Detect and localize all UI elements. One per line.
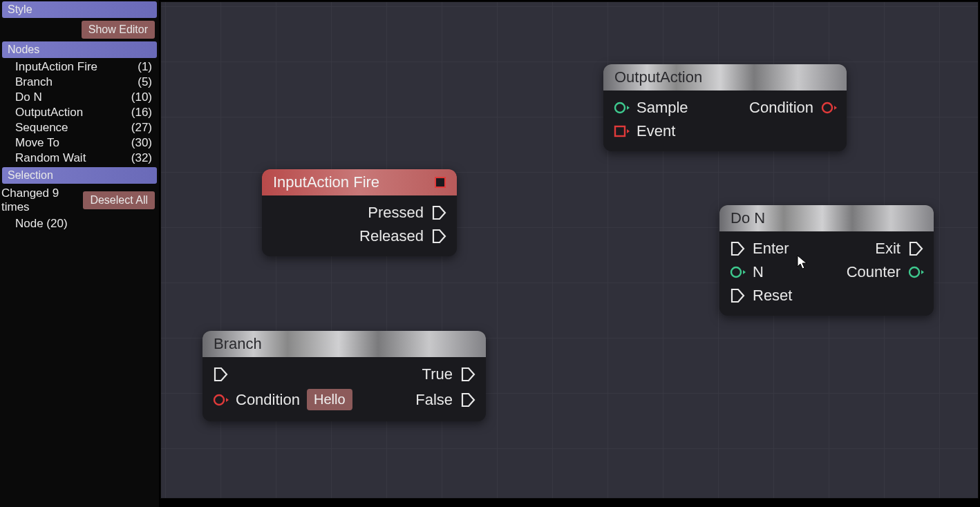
port-out-false[interactable]: False [415,391,476,409]
node-count: (1) [138,60,152,74]
condition-value-field[interactable]: Hello [307,389,352,410]
data-pin-icon [212,392,229,408]
node-input-action-fire[interactable]: InputAction Fire Pressed Released [262,169,457,256]
selection-changed-label: Changed 9 times [1,186,79,214]
node-count: (27) [131,121,152,135]
node-list-item[interactable]: InputAction Fire (1) [0,59,159,75]
node-list-item[interactable]: Do N (10) [0,90,159,105]
node-list-item[interactable]: OutputAction (16) [0,105,159,120]
port-out-counter[interactable]: Counter [847,263,924,281]
node-count: (32) [131,151,152,165]
node-name: Branch [15,75,53,89]
node-header[interactable]: InputAction Fire [262,169,457,195]
port-in-exec[interactable] [212,366,229,383]
selection-item[interactable]: Node (20) [0,216,159,232]
port-in-sample[interactable]: Sample [613,99,688,117]
node-header[interactable]: Branch [202,331,486,357]
node-do-n[interactable]: Do N Enter Exit N Counter [719,205,934,316]
node-title: Do N [731,209,765,227]
node-list-item[interactable]: Sequence (27) [0,120,159,135]
port-out-released[interactable]: Released [359,227,447,245]
data-pin-icon [613,99,630,116]
node-name: Sequence [15,121,68,135]
section-header-selection: Selection [2,167,157,184]
node-name: Do N [15,90,42,104]
port-in-enter[interactable]: Enter [729,240,789,258]
data-pin-icon [820,99,837,116]
node-name: Move To [15,136,59,150]
data-pin-icon [907,264,924,280]
exec-pin-icon [460,366,476,383]
exec-pin-icon [431,204,447,221]
data-pin-icon [729,264,746,280]
deselect-all-button[interactable]: Deselect All [83,191,155,209]
node-canvas[interactable]: InputAction Fire Pressed Released [160,1,979,499]
sidebar: Style Show Editor Nodes InputAction Fire… [0,0,159,507]
node-count: (30) [131,136,152,150]
node-list: InputAction Fire (1) Branch (5) Do N (10… [0,59,159,166]
port-out-exit[interactable]: Exit [875,240,924,258]
event-pin-icon [613,123,630,140]
node-name: OutputAction [15,106,83,119]
node-output-action[interactable]: OutputAction Sample Condition Event [603,64,847,151]
port-out-pressed[interactable]: Pressed [368,204,447,222]
port-in-reset[interactable]: Reset [729,287,792,305]
exec-pin-icon [729,287,746,304]
node-name: InputAction Fire [15,60,97,74]
exec-pin-icon [431,228,447,245]
node-name: Random Wait [15,151,86,165]
exec-pin-icon [460,392,476,408]
port-out-condition[interactable]: Condition [749,99,837,117]
port-in-condition[interactable]: Condition Hello [212,389,352,410]
node-header[interactable]: Do N [719,205,934,231]
event-icon [435,177,446,188]
exec-pin-icon [729,240,746,257]
show-editor-button[interactable]: Show Editor [82,21,155,39]
port-in-event[interactable]: Event [613,122,675,140]
port-out-true[interactable]: True [422,365,476,383]
node-list-item[interactable]: Branch (5) [0,75,159,90]
node-count: (16) [131,106,152,119]
port-in-n[interactable]: N [729,263,764,281]
node-count: (10) [131,90,152,104]
node-title: OutputAction [614,68,702,86]
node-title: InputAction Fire [273,173,379,191]
section-header-style: Style [2,1,157,18]
node-list-item[interactable]: Random Wait (32) [0,151,159,166]
section-header-nodes: Nodes [2,41,157,58]
node-header[interactable]: OutputAction [603,64,847,90]
exec-pin-icon [907,240,924,257]
node-title: Branch [214,335,262,353]
node-branch[interactable]: Branch True Condition Hello False [202,331,486,421]
exec-pin-icon [212,366,229,383]
node-list-item[interactable]: Move To (30) [0,135,159,151]
node-count: (5) [138,75,152,89]
